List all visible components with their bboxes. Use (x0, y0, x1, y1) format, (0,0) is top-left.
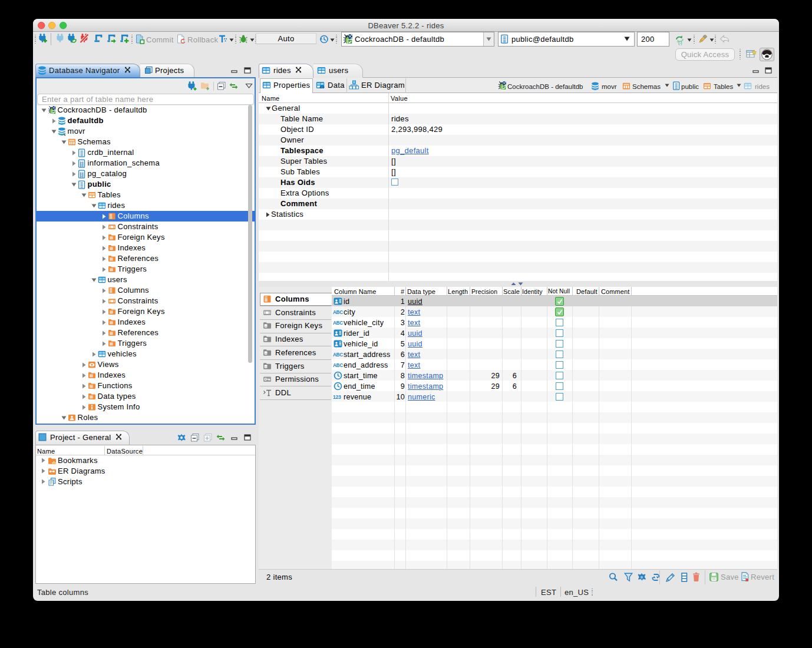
svg-text:ABC: ABC (333, 352, 343, 358)
svg-text:ABC: ABC (333, 310, 343, 315)
svg-text:ABC: ABC (333, 320, 343, 326)
svg-text:ABC: ABC (333, 363, 343, 368)
svg-text:(-): (-) (678, 41, 682, 45)
svg-text:123: 123 (333, 394, 341, 400)
